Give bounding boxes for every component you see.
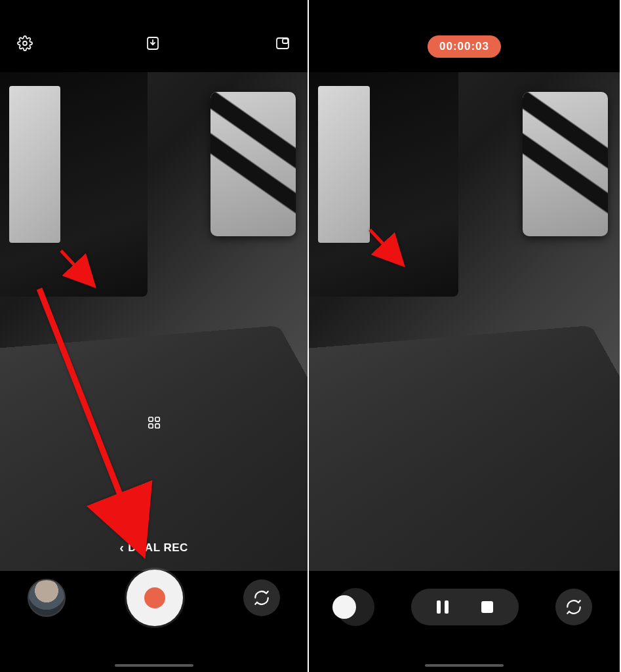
stop-icon [480,600,494,614]
switch-camera-icon [253,589,270,606]
screenshot-while-recording: 00:00:03 [309,0,620,672]
grid-toggle-icon[interactable] [147,415,161,430]
gear-icon [17,35,33,51]
camera-viewfinder[interactable] [309,72,620,571]
svg-point-0 [23,41,27,45]
viewfinder-content [309,326,620,571]
settings-button[interactable] [13,32,37,55]
viewfinder-content [0,72,148,297]
home-indicator [115,664,193,667]
switch-camera-button[interactable] [243,579,280,616]
record-button[interactable] [127,570,183,626]
pause-button[interactable] [433,598,452,616]
svg-rect-7 [155,424,159,428]
record-icon [144,587,165,608]
svg-rect-6 [148,424,152,428]
download-icon [145,35,161,51]
svg-rect-3 [283,39,288,43]
pip-front-camera-preview[interactable] [210,92,296,236]
timer-value: 00:00:03 [439,40,489,52]
zoom-slider[interactable] [336,588,374,626]
home-indicator [425,664,504,667]
svg-rect-11 [445,600,449,614]
svg-rect-12 [481,601,493,613]
bottom-controls [309,588,620,626]
mode-label: DUAL REC [128,541,188,555]
pip-front-camera-preview[interactable] [523,92,608,236]
svg-rect-4 [148,417,152,421]
screenshot-before-recording: ‹ DUAL REC [0,0,309,672]
stop-button[interactable] [478,598,496,616]
camera-viewfinder[interactable] [0,72,308,571]
recording-controls [411,589,519,625]
viewfinder-content [309,72,458,297]
gallery-thumbnail[interactable] [28,579,66,617]
svg-rect-5 [155,417,159,421]
pip-layout-icon [275,35,290,51]
mode-selector[interactable]: ‹ DUAL REC [119,540,188,555]
switch-camera-icon [565,598,582,616]
bottom-controls [0,570,308,626]
recording-timer: 00:00:03 [428,35,501,58]
svg-rect-10 [437,600,441,614]
chevron-left-icon: ‹ [119,540,124,555]
switch-camera-button[interactable] [555,589,592,625]
top-toolbar [0,32,308,55]
save-format-button[interactable] [141,32,165,55]
pip-layout-button[interactable] [271,32,294,55]
pause-icon [435,599,450,615]
viewfinder-content [0,326,308,571]
